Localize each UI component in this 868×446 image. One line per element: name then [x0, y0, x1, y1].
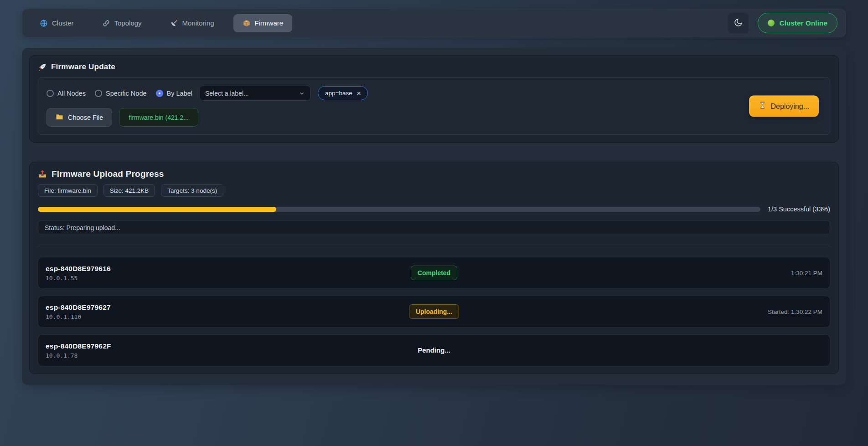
- link-icon: [102, 19, 110, 27]
- folder-icon: [56, 113, 63, 122]
- remove-tag-icon[interactable]: ×: [357, 90, 361, 97]
- tab-firmware[interactable]: Firmware: [233, 14, 293, 32]
- radio-label: Specific Node: [106, 90, 146, 97]
- node-identity: esp-840D8E97961610.0.1.55: [46, 265, 411, 282]
- firmware-update-title-text: Firmware Update: [51, 62, 115, 72]
- label-select-placeholder: Select a label...: [205, 90, 249, 97]
- progress-row: 1/3 Successful (33%): [38, 205, 830, 213]
- node-ip: 10.0.1.110: [46, 313, 409, 320]
- tab-monitoring[interactable]: Monitoring: [161, 14, 223, 32]
- upload-progress-title: Firmware Upload Progress: [38, 169, 830, 179]
- nav-tabs: ClusterTopologyMonitoringFirmware: [31, 14, 292, 32]
- tab-label: Topology: [114, 19, 142, 27]
- upload-progress-card: Firmware Upload Progress File: firmware.…: [29, 162, 839, 374]
- upload-progress-title-text: Firmware Upload Progress: [52, 169, 164, 179]
- theme-toggle-button[interactable]: [728, 12, 749, 34]
- tab-topology[interactable]: Topology: [93, 14, 151, 32]
- chevron-down-icon: [299, 90, 305, 97]
- radio-dot-icon[interactable]: [46, 90, 54, 97]
- node-time: Started: 1:30:22 PM: [459, 308, 822, 315]
- label-select[interactable]: Select a label...: [200, 86, 310, 101]
- radio-dot-icon[interactable]: [95, 90, 102, 97]
- selected-label-tag: app=base ×: [318, 86, 368, 100]
- node-ip: 10.0.1.78: [46, 352, 418, 359]
- node-name: esp-840D8E979616: [46, 265, 411, 273]
- tab-cluster[interactable]: Cluster: [31, 14, 83, 32]
- tab-label: Cluster: [52, 19, 74, 27]
- node-identity: esp-840D8E97962F10.0.1.78: [46, 342, 418, 359]
- selected-file-chip: firmware.bin (421.2...: [119, 108, 198, 127]
- upload-progress-bar: [38, 207, 760, 212]
- cluster-status-label: Cluster Online: [780, 19, 827, 27]
- node-row: esp-840D8E97962710.0.1.110Uploading...St…: [38, 296, 830, 328]
- node-status: Pending...: [418, 346, 450, 354]
- node-row: esp-840D8E97961610.0.1.55Completed1:30:2…: [38, 257, 830, 289]
- deploy-button[interactable]: Deploying...: [749, 96, 819, 117]
- navbar-right: Cluster Online: [728, 12, 837, 34]
- radio-by-label[interactable]: By Label: [156, 90, 192, 97]
- globe-icon: [40, 19, 48, 27]
- satellite-icon: [170, 19, 178, 27]
- node-identity: esp-840D8E97962710.0.1.110: [46, 303, 409, 320]
- meta-chip: File: firmware.bin: [38, 184, 98, 197]
- outbox-tray-icon: [38, 169, 47, 179]
- section-divider: [39, 245, 829, 245]
- status-dot-icon: [768, 20, 775, 26]
- firmware-update-title: Firmware Update: [38, 62, 830, 72]
- node-status: Completed: [411, 266, 457, 280]
- upload-progress-fill: [38, 207, 276, 212]
- deploy-form-panel: All NodesSpecific NodeBy Label Select a …: [38, 77, 830, 135]
- node-status: Uploading...: [409, 304, 459, 319]
- radio-dot-icon[interactable]: [156, 90, 163, 97]
- main-content: Firmware Update All NodesSpecific NodeBy…: [22, 48, 846, 385]
- meta-chip: Size: 421.2KB: [103, 184, 155, 197]
- node-status-badge: Pending...: [418, 346, 450, 354]
- label-tag-text: app=base: [325, 90, 352, 97]
- top-navbar: ClusterTopologyMonitoringFirmware Cluste…: [22, 9, 846, 37]
- upload-status-box: Status: Preparing upload...: [38, 220, 830, 235]
- node-name: esp-840D8E979627: [46, 303, 409, 312]
- cluster-status-badge: Cluster Online: [758, 13, 837, 33]
- node-row: esp-840D8E97962F10.0.1.78Pending...: [38, 334, 830, 366]
- rocket-icon: [38, 63, 46, 72]
- node-status-badge: Completed: [411, 266, 457, 280]
- radio-label: By Label: [167, 90, 192, 97]
- upload-meta-chips: File: firmware.binSize: 421.2KBTargets: …: [38, 184, 830, 197]
- tab-label: Monitoring: [182, 19, 214, 27]
- firmware-update-card: Firmware Update All NodesSpecific NodeBy…: [29, 55, 839, 143]
- node-list: esp-840D8E97961610.0.1.55Completed1:30:2…: [38, 257, 830, 366]
- node-ip: 10.0.1.55: [46, 275, 411, 282]
- radio-specific-node[interactable]: Specific Node: [95, 90, 146, 97]
- node-time: 1:30:21 PM: [457, 270, 822, 277]
- node-status-badge: Uploading...: [409, 304, 459, 319]
- choose-file-label: Choose File: [68, 114, 103, 121]
- radio-label: All Nodes: [57, 90, 86, 97]
- tab-label: Firmware: [255, 19, 284, 27]
- radio-all-nodes[interactable]: All Nodes: [46, 90, 86, 97]
- deploy-button-label: Deploying...: [771, 102, 810, 110]
- progress-label: 1/3 Successful (33%): [768, 205, 830, 213]
- hourglass-icon: [759, 102, 766, 111]
- moon-icon: [734, 18, 743, 29]
- meta-chip: Targets: 3 node(s): [161, 184, 223, 197]
- target-mode-radios: All NodesSpecific NodeBy Label: [46, 90, 192, 97]
- package-icon: [243, 19, 251, 27]
- node-name: esp-840D8E97962F: [46, 342, 418, 350]
- choose-file-button[interactable]: Choose File: [46, 108, 112, 127]
